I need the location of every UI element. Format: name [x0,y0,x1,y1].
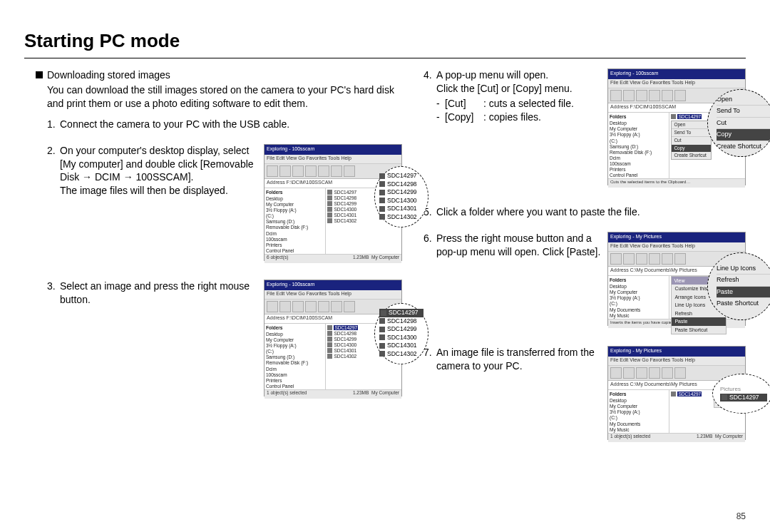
toolbar-button [636,253,647,265]
callout-item: SDC14301 [379,342,423,349]
callout-paste-menu: Line Up Icons Refresh Paste Paste Shortc… [707,252,770,320]
figure-explorer-context-menu: Exploring - 100sscam File Edit View Go F… [607,68,746,185]
figure-explorer-select: Exploring - 100sscam File Edit View Go F… [264,280,402,397]
step-body: An image file is transferred from the ca… [436,346,746,440]
step-text: Connect the camera to your PC with the U… [60,118,289,130]
toolbar-button [662,90,673,101]
toolbar-button [662,367,673,379]
toolbar-button [305,301,317,312]
step-6: 6. Press the right mouse button and a po… [423,232,746,326]
toolbar-button [674,90,686,101]
step-text: Click a folder where you want to paste t… [436,206,640,218]
step-body: Select an image and press the right mous… [60,280,402,397]
toolbar-button [674,367,686,379]
folder-tree: Folders Desktop My Computer 3½ Floppy (A… [608,390,669,433]
toolbar-button [331,165,342,177]
step-body: Connect the camera to your PC with the U… [60,118,402,131]
toolbar-button [623,253,635,265]
menu-item: Send To [717,106,770,118]
toolbar-button [267,165,278,177]
step-body: On your computer's desktop display, sele… [60,144,402,261]
step-2: 2. On your computer's desktop display, s… [47,144,402,261]
callout-item: SDC14302 [379,350,423,358]
section-heading: Downloading stored images [24,68,402,82]
section-heading-text: Downloading stored images [47,68,170,82]
square-bullet-icon [36,71,43,78]
step-4: 4. A pop-up menu will open. Click the [C… [423,68,746,185]
toolbar-button [610,253,622,265]
window-menubar: File Edit View Go Favorites Tools Help [608,242,745,252]
callout-item: SDC14297 [379,172,423,180]
step-text: Press the right mouse button and a pop-u… [436,232,607,259]
callout-item: SDC14299 [379,325,423,333]
callout-item: SDC14297 [379,309,423,317]
status-bar: 1 object(s) selected 1.23MB My Computer [608,433,745,442]
folder-tree: Folders Desktop My Computer 3½ Floppy (A… [608,276,669,319]
callout-item: SDC14300 [379,197,423,205]
step-body: A pop-up menu will open. Click the [Cut]… [436,68,746,185]
step-number: 4. [423,68,436,82]
window-titlebar: Exploring - 100sscam [608,69,745,79]
step-5: 5. Click a folder where you want to past… [423,205,746,219]
toolbar-button [636,367,647,379]
menu-item: Open [717,94,770,106]
callout-item: SDC14302 [379,213,423,221]
step-1: 1. Connect the camera to your PC with th… [47,118,402,131]
sub-list: - [Cut] : cuts a selected file. - [Copy]… [436,97,602,124]
menu-item: Line Up Icons [717,263,770,275]
window-titlebar: Exploring - 100sscam [265,280,401,290]
toolbar-button [318,301,329,312]
toolbar-button [331,301,342,312]
toolbar-button [636,90,647,101]
title-rule [24,58,746,58]
folder-tree: Folders Desktop My Computer 3½ Floppy (A… [265,324,326,389]
toolbar-button [305,165,317,177]
toolbar-button [623,367,635,379]
window-menubar: File Edit View Go Favorites Tools Help [265,155,401,164]
callout-result: Pictures SDC14297 [712,374,770,414]
window-menubar: File Edit View Go Favorites Tools Help [265,290,401,300]
toolbar-button [292,165,304,177]
menu-item: Cut [717,118,770,130]
figure-explorer-paste: Exploring - My Pictures File Edit View G… [607,232,746,326]
window-menubar: File Edit View Go Favorites Tools Help [608,357,745,366]
toolbar-button [610,90,622,101]
step-text: A pop-up menu will open. Click the [Cut]… [436,68,607,124]
callout-item: SDC14299 [379,188,423,196]
callout-context-menu: Open Send To Cut Copy Create Shortcut [707,89,770,157]
window-titlebar: Exploring - My Pictures [608,347,745,357]
status-bar: 1 object(s) selected 1.23MB My Computer [265,389,401,399]
menu-item: Create Shortcut [717,141,770,153]
menu-item: Paste Shortcut [717,298,770,310]
sub-item: - [Cut] : cuts a selected file. [436,97,602,111]
callout-file-list: SDC14297 SDC14298 SDC14299 SDC14300 SDC1… [374,166,428,227]
callout-item: SDC14298 [379,180,423,188]
step-number: 2. [47,144,60,158]
status-bar: 6 object(s) 1.23MB My Computer [265,254,401,263]
steps-right: 4. A pop-up menu will open. Click the [C… [415,68,746,440]
figure-explorer-result: Exploring - My Pictures File Edit View G… [607,346,746,440]
status-bar: Cuts the selected items to the Clipboard… [608,178,745,188]
manual-page: Starting PC mode Downloading stored imag… [0,0,770,532]
page-title: Starting PC mode [24,29,746,53]
toolbar-button [279,165,291,177]
step-body: Click a folder where you want to paste t… [436,205,746,219]
toolbar-button [344,301,355,312]
toolbar-button [344,165,355,177]
step-number: 6. [423,232,436,245]
folder-tree: Folders Desktop My Computer 3½ Floppy (A… [265,188,326,254]
toolbar-button [649,367,660,379]
step-text: Select an image and press the right mous… [60,280,264,307]
step-text: An image file is transferred from the ca… [436,346,607,373]
toolbar-button [292,301,304,312]
callout-header: Pictures [720,386,767,394]
step-7: 7. An image file is transferred from the… [423,346,746,440]
menu-item: Refresh [717,275,770,287]
menu-item: Copy [717,129,770,141]
left-column: Downloading stored images You can downlo… [24,68,402,453]
toolbar-button [649,253,660,265]
steps-left: 1. Connect the camera to your PC with th… [24,118,402,397]
columns: Downloading stored images You can downlo… [24,68,746,453]
callout-file-list-selected: SDC14297 SDC14298 SDC14299 SDC14300 SDC1… [374,303,428,364]
callout-item: SDC14297 [720,394,767,401]
